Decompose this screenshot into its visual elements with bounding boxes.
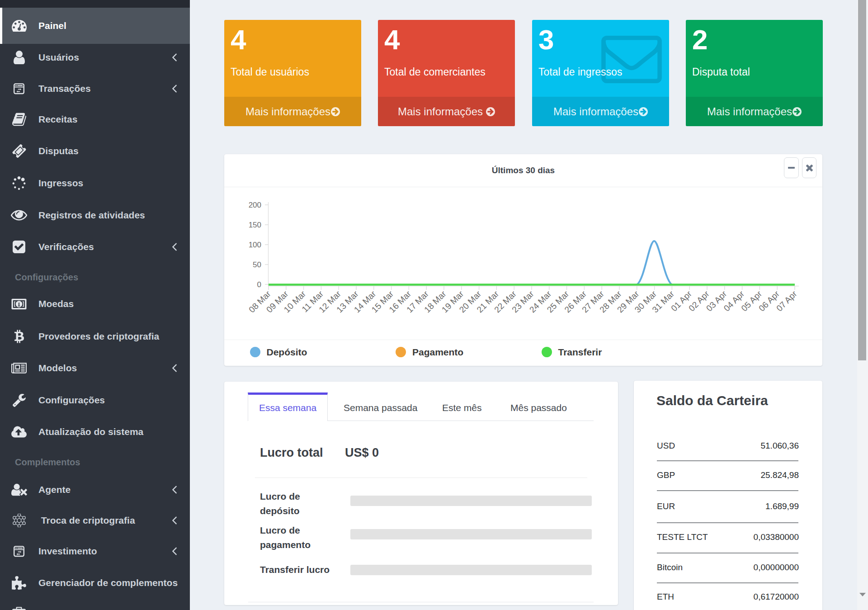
svg-text:0: 0 [257,280,261,289]
svg-text:150: 150 [249,221,261,229]
svg-text:50: 50 [253,260,261,269]
svg-text:200: 200 [249,201,261,209]
svg-text:100: 100 [249,241,261,249]
svg-text:07 Apr: 07 Apr [774,289,799,313]
